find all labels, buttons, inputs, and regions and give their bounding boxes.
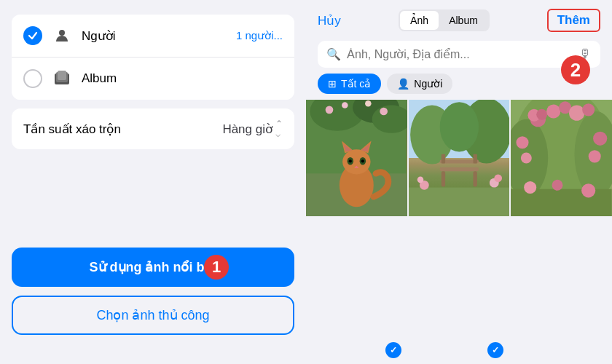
nguoi-option[interactable]: Người 1 người...: [12, 15, 294, 57]
frequency-section: Tần suất xáo trộn Hàng giờ ⌃⌵: [12, 108, 294, 149]
photo-cell-3[interactable]: [511, 100, 612, 364]
svg-point-53: [589, 150, 601, 162]
svg-point-46: [546, 104, 560, 118]
cat-photo-svg: [306, 100, 407, 216]
add-button[interactable]: Thêm: [547, 9, 600, 32]
svg-point-52: [521, 153, 532, 164]
album-label: Album: [82, 71, 283, 86]
svg-point-56: [581, 183, 595, 197]
frequency-value: Hàng giờ ⌃⌵: [222, 119, 283, 139]
svg-point-9: [342, 102, 348, 108]
check-icon: [28, 31, 38, 41]
nguoi-checkbox[interactable]: [23, 26, 42, 45]
photo-selected-check-1: ✓: [385, 342, 401, 358]
photo-grid: ✓: [306, 100, 612, 364]
svg-point-0: [59, 30, 65, 36]
svg-point-57: [552, 180, 563, 191]
right-panel: Hủy Ảnh Album Thêm 2 🔍 🎙 ⊞ Tất cả 👤 Ngườ…: [306, 0, 612, 364]
search-bar: 🔍 🎙: [318, 41, 600, 68]
svg-point-10: [380, 108, 388, 116]
grid-icon: ⊞: [328, 78, 337, 90]
chevron-updown-icon: ⌃⌵: [275, 119, 283, 139]
svg-point-21: [349, 159, 352, 162]
svg-point-27: [439, 102, 478, 151]
search-input[interactable]: [347, 48, 573, 61]
svg-point-8: [326, 106, 334, 114]
album-icon: [51, 68, 73, 90]
step-2-badge: 2: [561, 55, 590, 84]
roses-photo-svg: [511, 100, 612, 216]
album-option[interactable]: Album: [12, 57, 294, 100]
photo-selected-check-2: ✓: [487, 342, 503, 358]
photo-album-tabs: Ảnh Album: [399, 9, 490, 31]
svg-point-45: [537, 109, 548, 120]
svg-point-14: [342, 149, 370, 174]
svg-point-22: [361, 159, 364, 162]
filter-person-button[interactable]: 👤 Người: [387, 74, 452, 94]
bottom-buttons: Sử dụng ảnh nổi bật 1 Chọn ảnh thủ công: [12, 248, 294, 335]
svg-rect-31: [441, 171, 444, 186]
step-1-badge: 1: [204, 255, 229, 280]
album-checkbox[interactable]: [23, 69, 42, 88]
svg-rect-30: [439, 159, 478, 163]
svg-rect-34: [473, 154, 476, 164]
svg-point-49: [582, 103, 595, 116]
svg-point-48: [569, 105, 584, 120]
svg-point-38: [494, 174, 502, 182]
svg-point-11: [365, 100, 372, 107]
filter-all-button[interactable]: ⊞ Tất cả: [318, 74, 381, 94]
person-icon: [51, 25, 73, 47]
svg-rect-28: [409, 188, 510, 216]
option-list: Người 1 người... Album: [12, 15, 294, 100]
photo-cell-2[interactable]: ✓: [409, 100, 510, 364]
choose-manual-button[interactable]: Chọn ảnh thủ công: [12, 296, 294, 335]
svg-point-55: [524, 181, 536, 194]
tab-anh[interactable]: Ảnh: [400, 11, 439, 30]
frequency-label: Tần suất xáo trộn: [23, 122, 121, 137]
svg-rect-33: [441, 154, 444, 164]
svg-point-51: [593, 132, 607, 146]
cancel-button[interactable]: Hủy: [318, 13, 341, 28]
nguoi-label: Người: [82, 28, 236, 44]
tab-album[interactable]: Album: [439, 11, 488, 30]
photo-cell-1[interactable]: ✓: [306, 100, 407, 364]
right-header: Hủy Ảnh Album Thêm: [306, 0, 612, 38]
svg-rect-29: [439, 167, 478, 171]
svg-point-50: [517, 136, 529, 149]
svg-rect-32: [473, 171, 476, 186]
svg-point-37: [417, 177, 423, 183]
person-small-icon: 👤: [397, 78, 409, 90]
svg-rect-3: [58, 71, 66, 80]
garden-photo-svg: [409, 100, 510, 216]
svg-rect-54: [511, 189, 612, 216]
search-icon: 🔍: [326, 47, 341, 61]
left-panel: Người 1 người... Album Tần suất xáo trộn…: [0, 0, 306, 364]
use-featured-button[interactable]: Sử dụng ảnh nổi bật 1: [12, 248, 294, 287]
frequency-row[interactable]: Tần suất xáo trộn Hàng giờ ⌃⌵: [12, 108, 294, 149]
nguoi-badge: 1 người...: [236, 29, 283, 42]
